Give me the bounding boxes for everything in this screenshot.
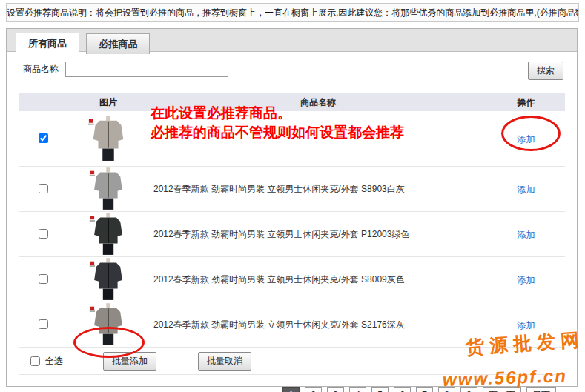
product-name-label: 商品名称 (23, 64, 59, 74)
annotation-line-2: 必推荐的商品不管规则如何设置都会推荐 (151, 123, 404, 142)
page-button-8[interactable]: 8 (438, 387, 455, 392)
jacket-product-icon (87, 116, 130, 162)
jacket-product-icon (88, 167, 128, 210)
search-row: 商品名称 搜索 (7, 52, 577, 85)
product-name-input[interactable] (65, 62, 228, 77)
page-button-4[interactable]: 4 (349, 387, 366, 392)
table-row: 2012春季新款 劲霸时尚男装 立领男士休闲夹克/外套 S8009灰色 添加 (19, 257, 565, 302)
product-name: 2012春季新款 劲霸时尚男装 立领男士休闲夹克/外套 S8903白灰 (149, 183, 487, 196)
pagination: 1 2 3 4 5 6 7 8 9 下一页 尾页 (7, 387, 556, 392)
page-button-7[interactable]: 7 (416, 387, 433, 392)
header-image: 图片 (67, 96, 149, 109)
tab-must-push-products[interactable]: 必推商品 (86, 33, 150, 54)
row-checkbox[interactable] (39, 274, 48, 284)
instruction-bar: 设置必推荐商品说明：将会把设置到必推的商品，推荐到橱窗上，一直在橱窗上展示,因此… (6, 3, 579, 22)
product-name: 2012春季新款 劲霸时尚男装 立领男士休闲夹克/外套 S8009灰色 (149, 273, 487, 286)
instruction-text: 设置必推荐商品说明：将会把设置到必推的商品，推荐到橱窗上，一直在橱窗上展示,因此… (7, 7, 579, 18)
product-image (67, 116, 149, 162)
page-button-9[interactable]: 9 (460, 387, 477, 392)
add-link[interactable]: 添加 (518, 275, 535, 285)
product-name: 2012春季新款 劲霸时尚男装 立领男士休闲夹克/外套 S2176深灰 (149, 319, 487, 331)
tab-all-products[interactable]: 所有商品 (16, 33, 79, 55)
row-checkbox[interactable] (39, 133, 48, 143)
divider (7, 87, 577, 87)
row-checkbox[interactable] (39, 184, 48, 193)
add-link[interactable]: 添加 (518, 320, 535, 330)
table-row: 2012春季新款 劲霸时尚男装 立领男士休闲夹克/外套 P12003绿色 添加 (19, 212, 565, 257)
row-checkbox[interactable] (39, 319, 48, 329)
highlight-circle-batch-add (73, 327, 145, 358)
product-name: 2012春季新款 劲霸时尚男装 立领男士休闲夹克/外套 P12003绿色 (149, 228, 487, 241)
page-button-6[interactable]: 6 (394, 387, 411, 392)
add-link[interactable]: 添加 (518, 185, 535, 195)
next-page-button[interactable]: 下一页 (483, 387, 521, 392)
annotation-text: 在此设置必推荐商品。 必推荐的商品不管规则如何设置都会推荐 (151, 104, 404, 142)
page-button-2[interactable]: 2 (305, 387, 322, 392)
page-button-1[interactable]: 1 (282, 387, 300, 392)
row-checkbox[interactable] (39, 229, 48, 239)
select-all-label: 全选 (45, 355, 63, 368)
product-image (67, 167, 149, 210)
page-button-3[interactable]: 3 (327, 387, 344, 392)
header-action: 操作 (487, 96, 565, 109)
annotation-line-1: 在此设置必推荐商品。 (151, 104, 404, 123)
product-image (67, 258, 149, 301)
batch-cancel-button[interactable]: 批量取消 (198, 352, 251, 371)
last-page-button[interactable]: 尾页 (526, 387, 556, 392)
table-row: 2012春季新款 劲霸时尚男装 立领男士休闲夹克/外套 S8903白灰 添加 (19, 167, 565, 212)
add-link[interactable]: 添加 (518, 230, 535, 240)
jacket-product-icon (88, 258, 128, 301)
tab-bar: 所有商品 必推商品 (7, 29, 577, 52)
highlight-circle-add (501, 116, 561, 151)
product-image (67, 213, 149, 256)
jacket-product-icon (88, 213, 128, 256)
page-button-5[interactable]: 5 (371, 387, 389, 392)
select-all-checkbox[interactable] (30, 356, 40, 366)
search-button[interactable]: 搜索 (528, 62, 563, 80)
